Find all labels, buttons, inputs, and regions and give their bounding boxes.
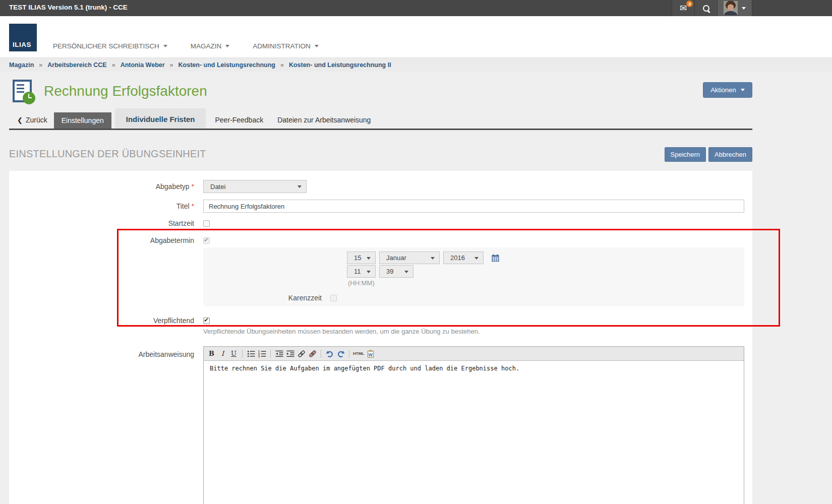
abgabetyp-value: Datei: [210, 183, 225, 191]
form-row-startzeit: Startzeit: [9, 219, 752, 227]
abgabetermin-checkbox[interactable]: ✔: [203, 237, 210, 244]
italic-button[interactable]: I: [218, 349, 227, 359]
redo-button[interactable]: [336, 349, 345, 359]
karenzzeit-checkbox[interactable]: [330, 295, 337, 301]
unlink-icon: [309, 350, 317, 358]
indent-button[interactable]: [285, 349, 295, 359]
hour-select[interactable]: 11: [347, 265, 376, 278]
verpflichtend-label: Verpflichtend: [9, 317, 194, 325]
chevron-down-icon: [741, 89, 745, 91]
form-row-arbeitsanweisung: Arbeitsanweisung B I U: [9, 346, 752, 504]
toolbar-separator: [349, 350, 349, 358]
chevron-down-icon: [367, 271, 371, 273]
section-header: EINSTELLUNGEN DER ÜBUNGSEINHEIT Speicher…: [9, 148, 752, 163]
main-nav: PERSÖNLICHER SCHREIBTISCH MAGAZIN ADMINI…: [53, 42, 319, 50]
breadcrumb-link[interactable]: Arbeitsbereich CCE: [47, 61, 106, 69]
form-row-titel: Titel *: [9, 200, 752, 213]
page-title: Rechnung Erfolgsfaktoren: [44, 83, 207, 99]
chevron-down-icon: [315, 45, 319, 47]
top-bar: TEST ILIAS Version 5.1 (trunk) - CCE ✉ 3: [0, 0, 832, 16]
breadcrumb-link[interactable]: Magazin: [9, 61, 34, 69]
bold-button[interactable]: B: [207, 349, 216, 359]
chevron-down-icon: [431, 257, 435, 260]
cancel-button[interactable]: Abbrechen: [708, 147, 752, 162]
chevron-down-icon: [225, 45, 229, 47]
time-row: 11 39: [347, 265, 744, 278]
actions-label: Aktionen: [710, 86, 736, 94]
breadcrumb-link[interactable]: Kosten- und Leistungsrechnung II: [289, 61, 391, 69]
nav-administration[interactable]: ADMINISTRATION: [253, 42, 319, 50]
undo-button[interactable]: [325, 349, 334, 359]
startzeit-checkbox[interactable]: [203, 220, 210, 227]
chevron-down-icon: [163, 45, 167, 47]
startzeit-label: Startzeit: [9, 219, 194, 227]
tab-dateien-zur-arbeitsanweisung[interactable]: Dateien zur Arbeitsanweisung: [270, 116, 378, 129]
verpflichtend-help-text: Verpflichtende Übungseinheiten müssen be…: [203, 328, 752, 335]
underline-button[interactable]: U: [229, 349, 239, 359]
breadcrumb-link[interactable]: Antonia Weber: [121, 61, 165, 69]
mail-icon: ✉: [680, 4, 687, 13]
section-title: EINSTELLUNGEN DER ÜBUNGSEINHEIT: [9, 148, 206, 159]
karenzzeit-label: Karenzzeit: [203, 294, 322, 302]
form-row-abgabetermin: Abgabetermin ✔: [9, 236, 752, 244]
document-lines: [17, 84, 24, 86]
search-button[interactable]: [694, 0, 717, 16]
form-row-abgabetyp: Abgabetyp * Datei: [9, 180, 752, 193]
nav-persoenlicher-schreibtisch[interactable]: PERSÖNLICHER SCHREIBTISCH: [53, 42, 167, 50]
minute-select[interactable]: 39: [379, 265, 413, 278]
mail-button[interactable]: ✉ 3: [672, 0, 694, 16]
installation-title: TEST ILIAS Version 5.1 (trunk) - CCE: [9, 4, 128, 11]
breadcrumb-separator: »: [280, 61, 284, 69]
form-row-verpflichtend: Verpflichtend ✔: [9, 317, 752, 325]
numbered-list-icon: 1 2 3: [258, 350, 266, 358]
outdent-button[interactable]: [274, 349, 284, 359]
ordered-list-button[interactable]: 1 2 3: [257, 349, 267, 359]
breadcrumb-link[interactable]: Kosten- und Leistungsrechnung: [179, 61, 275, 69]
undo-icon: [326, 350, 334, 358]
tab-peer-feedback[interactable]: Peer-Feedback: [208, 116, 270, 129]
form-row-karenzzeit: Karenzzeit: [203, 294, 744, 302]
html-source-button[interactable]: HTML: [353, 349, 364, 359]
svg-text:3: 3: [258, 355, 260, 358]
breadcrumb-separator: »: [112, 61, 115, 69]
editor-toolbar: B I U 1 2: [204, 347, 744, 361]
user-menu-button[interactable]: [717, 0, 752, 16]
paste-word-button[interactable]: W: [366, 349, 375, 359]
chevron-left-icon: ❮: [17, 116, 23, 124]
back-link[interactable]: ❮ Zurück: [9, 116, 54, 129]
link-button[interactable]: [296, 349, 306, 359]
content-area: Rechnung Erfolgsfaktoren Aktionen ❮ Zurü…: [0, 72, 832, 504]
breadcrumb-separator: »: [39, 61, 42, 69]
save-button[interactable]: Speichern: [665, 147, 706, 162]
toolbar-separator: [242, 350, 243, 358]
nav-label: ADMINISTRATION: [253, 42, 311, 50]
day-select[interactable]: 15: [347, 251, 376, 264]
toolbar-separator: [270, 350, 271, 358]
page-title-row: Rechnung Erfolgsfaktoren Aktionen: [9, 80, 752, 107]
unordered-list-button[interactable]: [246, 349, 256, 359]
chevron-down-icon: [367, 257, 371, 260]
year-select[interactable]: 2016: [443, 251, 484, 264]
calendar-button[interactable]: [491, 254, 500, 262]
abgabetermin-subpanel: 15 Januar 2016: [203, 247, 744, 306]
verpflichtend-checkbox[interactable]: ✔: [203, 318, 210, 324]
abgabetermin-label: Abgabetermin: [9, 236, 194, 244]
abgabetyp-select[interactable]: Datei: [203, 180, 307, 193]
bullet-list-icon: [247, 350, 255, 358]
unlink-button[interactable]: [308, 349, 317, 359]
outdent-icon: [275, 350, 283, 358]
paste-word-icon: W: [367, 350, 375, 358]
required-asterisk: *: [192, 182, 194, 191]
tab-individuelle-fristen[interactable]: Individuelle Fristen: [115, 108, 206, 129]
nav-magazin[interactable]: MAGAZIN: [191, 42, 230, 50]
tab-einstellungen[interactable]: Einstellungen: [54, 112, 111, 129]
header-band: ILIAS PERSÖNLICHER SCHREIBTISCH MAGAZIN …: [0, 16, 832, 57]
nav-label: PERSÖNLICHER SCHREIBTISCH: [53, 42, 159, 50]
ilias-logo[interactable]: ILIAS: [9, 24, 37, 51]
titel-input[interactable]: [203, 200, 744, 213]
editor-content[interactable]: Bitte rechnen Sie die Aufgaben im angefü…: [204, 361, 744, 504]
redo-icon: [337, 350, 345, 358]
month-select[interactable]: Januar: [379, 251, 440, 264]
actions-button[interactable]: Aktionen: [703, 82, 752, 98]
required-asterisk: *: [192, 202, 194, 210]
